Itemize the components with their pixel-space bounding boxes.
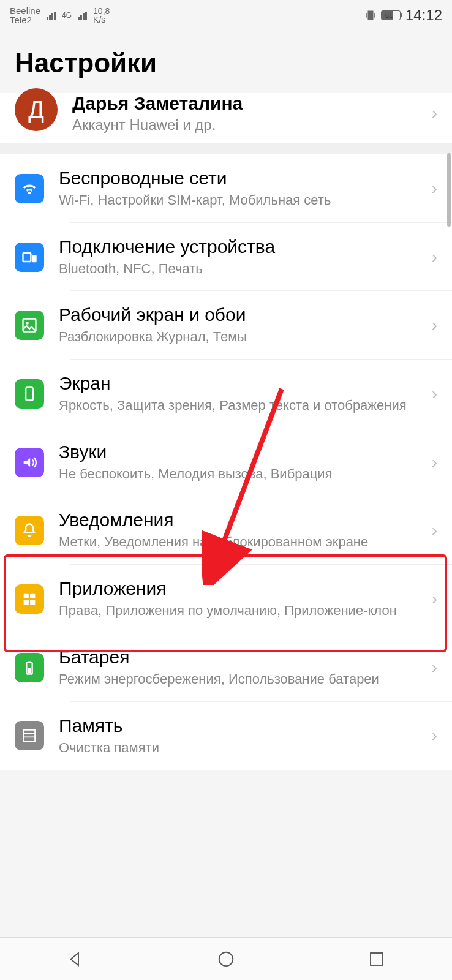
- nav-bar: [0, 937, 452, 980]
- chevron-right-icon: ›: [432, 521, 437, 540]
- chevron-right-icon: ›: [432, 315, 437, 335]
- settings-item-storage[interactable]: Память Очистка памяти ›: [15, 702, 452, 771]
- svg-rect-6: [30, 594, 35, 598]
- carrier-2: Tele2: [10, 15, 40, 24]
- network-type: 4G: [62, 11, 72, 20]
- account-sub: Аккаунт Huawei и др.: [72, 116, 432, 134]
- svg-rect-17: [371, 953, 383, 965]
- battery-icon: 61: [381, 10, 401, 20]
- item-sub: Права, Приложения по умолчанию, Приложен…: [59, 601, 432, 620]
- settings-item-sound[interactable]: Звуки Не беспокоить, Мелодия вызова, Виб…: [15, 428, 452, 497]
- settings-item-devices[interactable]: Подключение устройства Bluetooth, NFC, П…: [15, 223, 452, 292]
- svg-rect-10: [28, 661, 31, 662]
- svg-rect-12: [24, 730, 36, 742]
- chevron-right-icon: ›: [432, 658, 437, 677]
- apps-icon: [15, 584, 44, 614]
- avatar: Д: [15, 88, 58, 131]
- item-sub: Bluetooth, NFC, Печать: [59, 260, 432, 278]
- vibrate-icon: [365, 10, 376, 21]
- clock: 14:12: [405, 7, 442, 24]
- signal-icon: [47, 11, 56, 20]
- image-icon: [15, 311, 44, 340]
- chevron-right-icon: ›: [432, 589, 437, 609]
- chevron-right-icon: ›: [432, 453, 437, 472]
- carrier-1: Beeline: [10, 6, 40, 15]
- item-title: Уведомления: [59, 510, 432, 530]
- svg-rect-5: [24, 594, 29, 598]
- nav-recent[interactable]: [367, 950, 386, 968]
- item-title: Подключение устройства: [59, 236, 432, 257]
- item-sub: Режим энергосбережения, Использование ба…: [59, 670, 432, 688]
- speed-unit: K/s: [93, 15, 105, 24]
- svg-rect-4: [26, 387, 33, 400]
- wifi-icon: [15, 174, 44, 203]
- svg-rect-7: [24, 600, 29, 605]
- settings-item-wifi[interactable]: Беспроводные сети Wi-Fi, Настройки SIM-к…: [15, 154, 452, 223]
- svg-rect-0: [23, 253, 31, 262]
- chevron-right-icon: ›: [432, 384, 437, 404]
- item-title: Беспроводные сети: [59, 168, 432, 189]
- item-sub: Яркость, Защита зрения, Размер текста и …: [59, 396, 432, 415]
- phone-icon: [15, 379, 44, 409]
- bell-icon: [15, 516, 44, 545]
- nav-back[interactable]: [66, 950, 85, 968]
- sound-icon: [15, 448, 44, 477]
- settings-list: Беспроводные сети Wi-Fi, Настройки SIM-к…: [0, 154, 452, 770]
- item-sub: Очистка памяти: [59, 739, 432, 757]
- chevron-right-icon: ›: [432, 726, 437, 745]
- item-title: Память: [59, 715, 432, 736]
- item-title: Батарея: [59, 647, 432, 668]
- svg-rect-1: [32, 255, 37, 262]
- signal-icon-2: [78, 11, 87, 20]
- account-name: Дарья Заметалина: [72, 93, 432, 114]
- svg-rect-11: [28, 668, 31, 673]
- page-title: Настройки: [0, 31, 452, 93]
- chevron-right-icon: ›: [432, 104, 437, 123]
- settings-item-image[interactable]: Рабочий экран и обои Разблокировка Журна…: [15, 291, 452, 360]
- svg-rect-8: [30, 600, 35, 605]
- settings-item-phone[interactable]: Экран Яркость, Защита зрения, Размер тек…: [15, 360, 452, 428]
- item-title: Приложения: [59, 578, 432, 599]
- item-sub: Не беспокоить, Мелодия вызова, Вибрация: [59, 465, 432, 483]
- item-sub: Разблокировка Журнал, Темы: [59, 328, 432, 346]
- item-sub: Метки, Уведомления на заблокированном эк…: [59, 533, 432, 551]
- svg-point-3: [26, 322, 29, 325]
- item-title: Экран: [59, 373, 432, 394]
- account-row[interactable]: Д Дарья Заметалина Аккаунт Huawei и др. …: [0, 93, 452, 143]
- storage-icon: [15, 721, 44, 750]
- scrollbar[interactable]: [447, 153, 451, 227]
- devices-icon: [15, 243, 44, 272]
- status-bar: Beeline Tele2 4G 10,8 K/s 61 14:12: [0, 0, 452, 31]
- settings-item-battery[interactable]: Батарея Режим энергосбережения, Использо…: [15, 633, 452, 702]
- item-title: Рабочий экран и обои: [59, 304, 432, 325]
- battery-icon: [15, 653, 44, 682]
- settings-item-bell[interactable]: Уведомления Метки, Уведомления на заблок…: [15, 496, 452, 565]
- settings-item-apps[interactable]: Приложения Права, Приложения по умолчани…: [15, 565, 452, 633]
- chevron-right-icon: ›: [432, 247, 437, 267]
- nav-home[interactable]: [217, 950, 235, 968]
- svg-point-16: [219, 952, 233, 966]
- item-title: Звуки: [59, 442, 432, 462]
- item-sub: Wi-Fi, Настройки SIM-карт, Мобильная сет…: [59, 191, 432, 209]
- chevron-right-icon: ›: [432, 179, 437, 198]
- speed-value: 10,8: [93, 7, 110, 15]
